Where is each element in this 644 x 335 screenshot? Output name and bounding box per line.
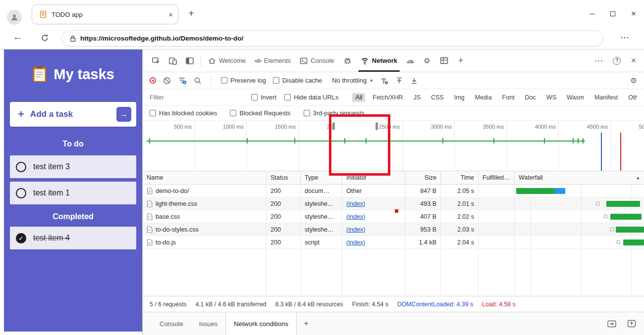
device-toolbar-icon[interactable] <box>164 49 181 72</box>
initiator-link[interactable]: (index) <box>342 236 405 248</box>
invert-label: Invert <box>261 94 276 101</box>
summary-domcontentloaded: DOMContentLoaded: 4.39 s <box>397 301 473 308</box>
browser-tab[interactable]: TODO app × <box>32 4 178 24</box>
close-devtools-icon[interactable]: × <box>631 55 636 66</box>
drawer-tab-issues[interactable]: Issues <box>191 312 226 335</box>
request-row-demo-to-do[interactable]: demo-to-do/200docum…Other847 B2.05 s <box>143 185 644 197</box>
size-cell: 1.4 kB <box>405 236 441 248</box>
checkbox-icon[interactable] <box>230 110 236 116</box>
unchecked-circle-icon[interactable] <box>16 162 26 172</box>
blocked-requests-checkbox[interactable]: Blocked Requests <box>230 109 290 117</box>
column-header-waterfall[interactable]: Waterfall▲ <box>515 171 644 184</box>
task-item[interactable]: ✓test item 4 <box>10 227 136 249</box>
name-cell[interactable]: base.css <box>143 210 267 223</box>
filter-icon[interactable] <box>178 77 187 85</box>
network-conditions-icon[interactable] <box>379 76 388 85</box>
export-icon[interactable] <box>627 320 636 328</box>
more-options-icon[interactable]: ⋯ <box>594 55 603 66</box>
column-header-status[interactable]: Status <box>267 171 301 184</box>
disable-cache-checkbox[interactable]: Disable cache <box>273 77 322 84</box>
network-overview[interactable]: 500 ms1000 ms1500 ms2000 ms2500 ms3000 m… <box>143 121 644 171</box>
filter-pill-all[interactable]: All <box>352 93 365 102</box>
tab-welcome[interactable]: Welcome <box>204 49 250 72</box>
unchecked-circle-icon[interactable] <box>16 188 26 198</box>
activity-bar-icon[interactable] <box>181 49 198 72</box>
gear-tool-icon[interactable]: ⚙ <box>419 49 435 72</box>
filter-pill-doc[interactable]: Doc <box>522 93 539 102</box>
add-drawer-tool-icon[interactable]: + <box>304 312 309 335</box>
minimize-button[interactable] <box>582 0 602 28</box>
layout-panel-icon[interactable] <box>435 49 452 72</box>
name-cell[interactable]: to-do.js <box>143 236 267 248</box>
request-row-base-css[interactable]: base.css200styleshe…(index)407 B2.02 s <box>143 210 644 223</box>
filter-pill-fetchxhr[interactable]: Fetch/XHR <box>370 93 406 102</box>
preserve-log-checkbox[interactable]: Preserve log <box>221 77 266 84</box>
profile-avatar[interactable] <box>7 10 22 25</box>
checkbox-icon[interactable] <box>284 94 291 100</box>
hide-data-urls-checkbox[interactable]: Hide data URLs <box>284 94 338 101</box>
record-icon[interactable] <box>150 77 156 84</box>
performance-icon[interactable] <box>402 49 419 72</box>
filter-pill-ws[interactable]: WS <box>543 93 559 102</box>
import-har-icon[interactable] <box>410 77 418 85</box>
checkbox-icon[interactable] <box>273 77 279 84</box>
add-task-button[interactable]: + Add a task → <box>10 102 136 127</box>
filter-pill-manifest[interactable]: Manifest <box>591 93 621 102</box>
network-settings-gear-icon[interactable]: ⚙ <box>631 76 637 85</box>
column-header-time[interactable]: Time <box>441 171 479 184</box>
address-bar[interactable]: https://microsoftedge.github.io/Demos/de… <box>61 30 603 47</box>
drawer-tab-network-conditions[interactable]: Network conditions <box>225 312 297 335</box>
tab-close-icon[interactable]: × <box>168 10 173 19</box>
task-item[interactable]: test item 1 <box>10 182 136 204</box>
throttling-dropdown[interactable]: No throttling ▾ <box>332 77 373 84</box>
name-cell[interactable]: light-theme.css <box>143 197 267 210</box>
inspect-icon[interactable] <box>148 49 164 72</box>
refresh-button[interactable] <box>41 34 49 44</box>
add-tool-icon[interactable]: + <box>452 49 469 72</box>
clear-icon[interactable] <box>163 77 171 85</box>
name-cell[interactable]: demo-to-do/ <box>143 185 267 197</box>
filter-pill-js[interactable]: JS <box>410 93 424 102</box>
filter-pill-wasm[interactable]: Wasm <box>564 93 587 102</box>
checkbox-icon[interactable] <box>251 94 258 100</box>
initiator-link[interactable]: (index) <box>342 197 405 210</box>
open-panel-icon[interactable] <box>607 320 616 328</box>
task-item[interactable]: test item 3 <box>10 155 136 178</box>
new-tab-button[interactable]: + <box>185 7 197 20</box>
checkbox-icon[interactable] <box>150 110 156 116</box>
tab-debugger[interactable] <box>339 49 356 72</box>
close-window-button[interactable]: × <box>623 0 644 28</box>
checkbox-icon[interactable] <box>221 77 227 84</box>
back-button[interactable]: ← <box>13 32 22 43</box>
invert-checkbox[interactable]: Invert <box>251 94 276 101</box>
browser-menu-icon[interactable]: ⋯ <box>620 32 629 43</box>
submit-task-button[interactable]: → <box>116 107 131 122</box>
column-header-name[interactable]: Name <box>143 171 267 184</box>
column-header-size[interactable]: Size <box>405 171 441 184</box>
has-blocked-cookies-checkbox[interactable]: Has blocked cookies <box>150 109 217 117</box>
filter-pill-css[interactable]: CSS <box>428 93 447 102</box>
filter-input[interactable] <box>150 94 236 101</box>
filter-pill-font[interactable]: Font <box>499 93 518 102</box>
maximize-button[interactable] <box>602 0 623 28</box>
clipboard-icon <box>32 65 48 83</box>
help-icon[interactable]: ? <box>613 57 621 65</box>
tab-elements[interactable]: </> Elements <box>250 49 295 72</box>
tab-console[interactable]: Console <box>295 49 339 72</box>
request-row-to-do-styles-css[interactable]: to-do-styles.css200styleshe…(index)953 B… <box>143 223 644 236</box>
name-cell[interactable]: to-do-styles.css <box>143 223 267 236</box>
waterfall-start-marker <box>617 240 620 244</box>
checked-circle-icon[interactable]: ✓ <box>16 233 26 243</box>
checkbox-icon[interactable] <box>304 110 310 116</box>
filter-pill-other[interactable]: Other <box>625 93 637 102</box>
request-row-light-theme-css[interactable]: light-theme.css200styleshe…(index)493 B2… <box>143 197 644 210</box>
request-row-to-do-js[interactable]: to-do.js200script(index)1.4 kB2.04 s <box>143 236 644 249</box>
tab-network[interactable]: Network <box>356 49 402 72</box>
drawer-tab-console[interactable]: Console <box>152 312 191 335</box>
filter-pill-media[interactable]: Media <box>472 93 495 102</box>
column-header-fulfilled[interactable]: Fulfilled… <box>479 171 515 184</box>
export-har-icon[interactable] <box>395 77 403 85</box>
search-icon[interactable] <box>194 77 202 85</box>
initiator-link[interactable]: (index) <box>342 223 405 236</box>
filter-pill-img[interactable]: Img <box>451 93 468 102</box>
